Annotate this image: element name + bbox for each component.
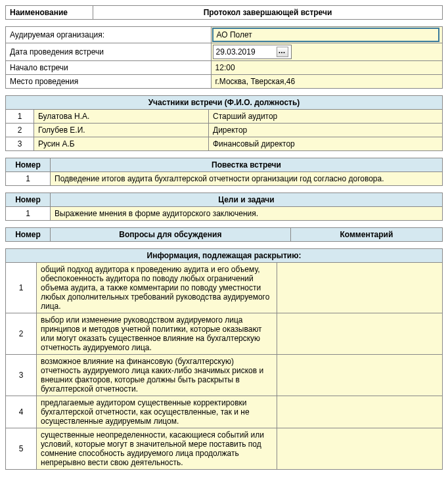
org-field[interactable]: АО Полет <box>212 28 439 42</box>
name-label: Наименование <box>6 6 93 20</box>
discussion-comment[interactable] <box>277 313 442 355</box>
table-row: 1 общий подход аудитора к проведению ауд… <box>6 263 443 313</box>
discussion-num-header: Номер <box>6 228 51 242</box>
participant-role[interactable]: Директор <box>209 124 443 137</box>
discussion-question[interactable]: возможное влияние на финансовую (бухгалт… <box>37 355 277 396</box>
discussion-question[interactable]: предлагаемые аудитором существенные корр… <box>37 396 277 428</box>
agenda-text[interactable]: Подведение итогов аудита бухгалтерской о… <box>51 172 443 186</box>
date-value: 29.03.2019 <box>216 47 277 57</box>
discussion-comment[interactable] <box>277 428 442 470</box>
goals-title: Цели и задачи <box>51 193 443 207</box>
discussion-num: 5 <box>6 428 37 470</box>
discussion-header-table: Номер Вопросы для обсуждения Комментарий <box>5 227 443 242</box>
table-row: 2 Голубев Е.И. Директор <box>6 124 443 137</box>
goals-text[interactable]: Выражение мнения в форме аудиторского за… <box>51 207 443 221</box>
discussion-info-table: Информация, подлежащая раскрытию: 1 общи… <box>5 248 443 470</box>
start-label: Начало встречи <box>6 61 212 75</box>
discussion-comment[interactable] <box>277 263 442 313</box>
table-row: 1 Подведение итогов аудита бухгалтерской… <box>6 172 443 186</box>
discussion-num: 2 <box>6 313 37 355</box>
participants-title: Участники встречи (Ф.И.О. должность) <box>6 96 443 110</box>
agenda-title: Повестка встречи <box>51 158 443 172</box>
participants-table: Участники встречи (Ф.И.О. должность) 1 Б… <box>5 95 443 151</box>
discussion-num: 1 <box>6 263 37 313</box>
table-row: 4 предлагаемые аудитором существенные ко… <box>6 396 443 428</box>
discussion-num: 3 <box>6 355 37 396</box>
goals-table: Номер Цели и задачи 1 Выражение мнения в… <box>5 193 443 221</box>
goals-num: 1 <box>6 207 51 221</box>
goals-num-header: Номер <box>6 193 51 207</box>
discussion-info-title: Информация, подлежащая раскрытию: <box>6 249 443 263</box>
start-value[interactable]: 12:00 <box>211 61 442 75</box>
table-row: 1 Выражение мнения в форме аудиторского … <box>6 207 443 221</box>
participant-name[interactable]: Голубев Е.И. <box>34 124 209 137</box>
date-label: Дата проведения встречи <box>6 43 212 61</box>
table-row: 3 Русин А.Б Финансовый директор <box>6 137 443 151</box>
discussion-comment[interactable] <box>277 396 442 428</box>
participant-num: 1 <box>6 110 34 124</box>
table-row: 5 существенные неопределенности, касающи… <box>6 428 443 470</box>
info-table: Аудируемая организация: АО Полет Дата пр… <box>5 26 443 89</box>
date-picker-button[interactable]: ••• <box>277 47 288 57</box>
date-input[interactable]: 29.03.2019 ••• <box>213 45 292 59</box>
discussion-question[interactable]: существенные неопределенности, касающиес… <box>37 428 277 470</box>
discussion-num: 4 <box>6 396 37 428</box>
place-label: Место проведения <box>6 75 212 89</box>
agenda-table: Номер Повестка встречи 1 Подведение итог… <box>5 158 443 186</box>
discussion-c-header: Комментарий <box>290 228 442 242</box>
participant-role[interactable]: Финансовый директор <box>209 137 443 151</box>
table-row: 3 возможное влияние на финансовую (бухга… <box>6 355 443 396</box>
participant-num: 3 <box>6 137 34 151</box>
discussion-comment[interactable] <box>277 355 442 396</box>
header-table: Наименование Протокол завершающей встреч… <box>5 5 443 20</box>
participant-name[interactable]: Булатова Н.А. <box>34 110 209 124</box>
participant-role[interactable]: Старший аудитор <box>209 110 443 124</box>
page-title: Протокол завершающей встречи <box>93 6 443 20</box>
discussion-q-header: Вопросы для обсуждения <box>51 228 291 242</box>
table-row: 2 выбор или изменение руководством аудир… <box>6 313 443 355</box>
table-row: 1 Булатова Н.А. Старший аудитор <box>6 110 443 124</box>
agenda-num-header: Номер <box>6 158 51 172</box>
agenda-num: 1 <box>6 172 51 186</box>
place-value[interactable]: г.Москва, Тверская,46 <box>211 75 442 89</box>
participant-name[interactable]: Русин А.Б <box>34 137 209 151</box>
discussion-question[interactable]: выбор или изменение руководством аудируе… <box>37 313 277 355</box>
participant-num: 2 <box>6 124 34 137</box>
discussion-question[interactable]: общий подход аудитора к проведению аудит… <box>37 263 277 313</box>
org-label: Аудируемая организация: <box>6 27 212 43</box>
